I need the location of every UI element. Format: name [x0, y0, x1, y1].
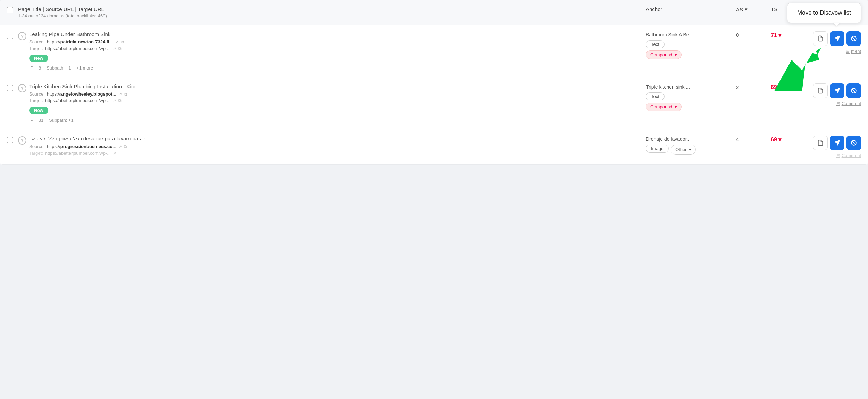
row3-send-button[interactable]	[830, 136, 844, 150]
row1-main: Leaking Pipe Under Bathroom Sink Source:…	[29, 31, 646, 71]
row2-new-badge: New	[29, 105, 646, 116]
row2-comment-link[interactable]: ⊞ Comment	[836, 101, 861, 106]
row3-document-button[interactable]	[813, 136, 828, 150]
col-header-anchor: Anchor	[646, 6, 736, 12]
row2-target-url: Target: https://abetterplumber.com/wp-..…	[29, 98, 646, 103]
row2-comment-text: Comment	[842, 101, 861, 106]
row3-checkbox-cell	[7, 136, 18, 144]
row1-target-url: Target: https://abetterplumber.com/wp-..…	[29, 46, 646, 51]
row1-checkbox[interactable]	[7, 33, 13, 39]
row2-action-buttons	[813, 83, 861, 98]
row1-as-value: 0	[736, 31, 771, 38]
row2-send-button[interactable]	[830, 83, 844, 98]
row1-info-icon[interactable]: ?	[18, 31, 29, 40]
row1-ip[interactable]: IP: +8	[29, 65, 41, 71]
row1-anchor: Bathroom Sink A Be... Text Compound ▾	[646, 31, 736, 59]
row1-anchor-text: Bathroom Sink A Be...	[646, 32, 736, 38]
disavow-tooltip[interactable]: Move to Disavow list	[787, 3, 861, 23]
row1-subpath[interactable]: Subpath: +1	[47, 65, 71, 71]
svg-line-3	[852, 37, 856, 41]
row1-comment-link[interactable]: ⊞ ment	[846, 49, 861, 54]
col-header-title: Page Title | Source URL | Target URL	[18, 6, 646, 12]
target-copy-icon[interactable]: ⧉	[118, 46, 122, 51]
row2-actions: ⊞ Comment	[799, 83, 861, 106]
table-row: ? Leaking Pipe Under Bathroom Sink Sourc…	[0, 25, 868, 77]
select-all-checkbox[interactable]	[7, 7, 13, 13]
row3-action-buttons	[813, 136, 861, 150]
target-label: Target:	[29, 46, 43, 51]
row1-send-button[interactable]	[830, 31, 844, 46]
row3-as-value: 4	[736, 136, 771, 142]
row3-main: רגיל באופן כללי לא ראוי desague para lav…	[29, 136, 646, 157]
row3-block-button[interactable]	[846, 136, 861, 150]
row3-checkbox[interactable]	[7, 137, 13, 143]
other-chevron-icon: ▾	[689, 147, 691, 152]
row1-meta: IP: +8 Subpath: +1 +1 more	[29, 65, 646, 71]
row3-ts: 69 ▾	[771, 136, 799, 143]
svg-line-10	[852, 89, 856, 93]
source-external-link-icon[interactable]: ↗	[118, 144, 122, 149]
svg-marker-12	[835, 140, 840, 146]
row3-tag-image[interactable]: Image	[646, 145, 669, 153]
row3-tag-other[interactable]: Other ▾	[671, 145, 696, 155]
target-label: Target:	[29, 150, 43, 156]
target-copy-icon[interactable]: ⧉	[118, 98, 122, 103]
row3-info-icon[interactable]: ?	[18, 136, 29, 145]
row3-comment-text: Comment	[842, 153, 861, 158]
source-external-link-icon[interactable]: ↗	[118, 92, 122, 97]
row2-anchor: Triple kitchen sink ... Text Compound ▾	[646, 83, 736, 111]
source-copy-icon[interactable]: ⧉	[124, 144, 127, 149]
target-external-link-icon[interactable]: ↗	[113, 151, 116, 156]
row3-source-url: Source: https://progressionbusiness.co..…	[29, 144, 646, 149]
row1-tag-text[interactable]: Text	[646, 40, 665, 48]
source-copy-icon[interactable]: ⧉	[121, 40, 124, 44]
row2-checkbox-cell	[7, 83, 18, 92]
source-label: Source:	[29, 39, 45, 44]
col-header-as[interactable]: AS ▾	[736, 6, 771, 13]
row1-ts: 71 ▾	[771, 31, 799, 39]
sort-chevron-icon: ▾	[745, 6, 748, 13]
row2-block-button[interactable]	[846, 83, 861, 98]
table-header: Page Title | Source URL | Target URL 1-3…	[0, 0, 868, 25]
compound-chevron-icon: ▾	[675, 104, 677, 109]
backlinks-table: Page Title | Source URL | Target URL 1-3…	[0, 0, 868, 165]
row1-action-buttons	[813, 31, 861, 46]
row3-anchor-text: Drenaje de lavador...	[646, 136, 736, 142]
target-external-link-icon[interactable]: ↗	[113, 98, 116, 103]
row1-checkbox-cell	[7, 31, 18, 40]
row2-info-icon[interactable]: ?	[18, 83, 29, 92]
source-copy-icon[interactable]: ⧉	[124, 92, 127, 97]
comment-plus-icon: ⊞	[836, 101, 840, 106]
comment-plus-icon: ⊞	[846, 49, 850, 54]
row1-page-title: Leaking Pipe Under Bathroom Sink	[29, 31, 646, 37]
disavow-tooltip-text: Move to Disavow list	[797, 9, 851, 16]
row3-actions: ⊞ Comment	[799, 136, 861, 158]
row2-checkbox[interactable]	[7, 85, 13, 91]
row3-ts-value: 69 ▾	[771, 136, 781, 143]
row1-tag-compound[interactable]: Compound ▾	[646, 50, 682, 59]
row1-document-button[interactable]	[813, 31, 828, 46]
header-title-group: Page Title | Source URL | Target URL 1-3…	[18, 6, 646, 18]
row2-ts: 69	[771, 83, 799, 90]
target-label: Target:	[29, 98, 43, 103]
row3-comment-link[interactable]: ⊞ Comment	[836, 153, 861, 158]
row2-source-url: Source: https://angelowheeley.blogspot..…	[29, 91, 646, 97]
row2-document-button[interactable]	[813, 83, 828, 98]
row2-subpath[interactable]: Subpath: +1	[49, 117, 73, 123]
row1-block-button[interactable]	[846, 31, 861, 46]
svg-marker-8	[835, 88, 840, 93]
row2-page-title: Triple Kitchen Sink Plumbing Installatio…	[29, 83, 646, 89]
row2-tag-compound[interactable]: Compound ▾	[646, 103, 682, 111]
row1-new-badge: New	[29, 52, 646, 64]
row2-tag-text[interactable]: Text	[646, 92, 665, 100]
source-external-link-icon[interactable]: ↗	[115, 40, 119, 44]
ts-down-icon: ▾	[778, 32, 781, 39]
row2-as-value: 2	[736, 83, 771, 90]
header-checkbox-cell	[7, 6, 18, 14]
row2-ts-value: 69	[771, 84, 777, 90]
row1-more[interactable]: +1 more	[76, 65, 93, 71]
compound-chevron-icon: ▾	[675, 52, 677, 57]
row1-comment-text: ment	[851, 49, 861, 54]
target-external-link-icon[interactable]: ↗	[113, 46, 116, 51]
row2-ip[interactable]: IP: +31	[29, 117, 44, 123]
